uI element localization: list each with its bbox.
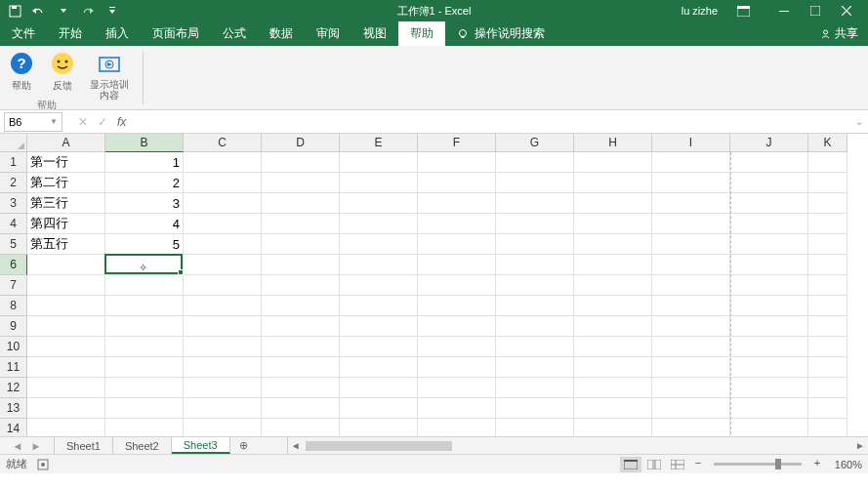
cell-J8[interactable] <box>730 296 808 316</box>
tab-home[interactable]: 开始 <box>47 21 94 46</box>
cell-B14[interactable] <box>105 419 184 436</box>
cell-J2[interactable] <box>730 173 808 193</box>
row-header-9[interactable]: 9 <box>0 316 27 337</box>
spreadsheet-grid[interactable]: ABCDEFGHIJK 1234567891011121314 第一行1第二行2… <box>0 134 868 436</box>
cell-B1[interactable]: 1 <box>105 152 184 173</box>
cell-C5[interactable] <box>184 234 262 255</box>
page-break-view-button[interactable] <box>667 457 688 472</box>
select-all-button[interactable] <box>0 134 27 152</box>
cell-H6[interactable] <box>574 255 652 275</box>
column-header-K[interactable]: K <box>808 134 847 152</box>
cell-I11[interactable] <box>652 357 730 378</box>
formula-expand-button[interactable]: ⌄ <box>854 116 868 127</box>
cell-A12[interactable] <box>27 378 105 398</box>
cell-K10[interactable] <box>808 337 847 357</box>
cells-area[interactable]: 第一行1第二行2第三行3第四行4第五行5 <box>27 152 847 436</box>
cell-F6[interactable] <box>418 255 496 275</box>
cell-D5[interactable] <box>262 234 340 255</box>
cell-I14[interactable] <box>652 419 730 436</box>
cell-K9[interactable] <box>808 316 847 337</box>
cell-C4[interactable] <box>184 214 262 234</box>
cell-K7[interactable] <box>808 275 847 296</box>
cell-K4[interactable] <box>808 214 847 234</box>
column-header-F[interactable]: F <box>418 134 496 152</box>
undo-button[interactable] <box>28 1 50 20</box>
cell-C1[interactable] <box>184 152 262 173</box>
cell-D3[interactable] <box>262 193 340 214</box>
cell-D1[interactable] <box>262 152 340 173</box>
maximize-button[interactable] <box>800 0 831 21</box>
cell-C13[interactable] <box>184 398 262 419</box>
show-training-button[interactable]: 显示培训内容 <box>90 50 129 101</box>
cell-G8[interactable] <box>496 296 574 316</box>
cell-K12[interactable] <box>808 378 847 398</box>
cell-J11[interactable] <box>730 357 808 378</box>
share-button[interactable]: 共享 <box>810 21 868 46</box>
cell-I10[interactable] <box>652 337 730 357</box>
cell-D4[interactable] <box>262 214 340 234</box>
row-header-13[interactable]: 13 <box>0 398 27 419</box>
cell-C6[interactable] <box>184 255 262 275</box>
cell-G14[interactable] <box>496 419 574 436</box>
cell-I13[interactable] <box>652 398 730 419</box>
cell-H10[interactable] <box>574 337 652 357</box>
cell-A3[interactable]: 第三行 <box>27 193 105 214</box>
cell-C12[interactable] <box>184 378 262 398</box>
cell-G10[interactable] <box>496 337 574 357</box>
sheet-nav[interactable]: ◄ ► <box>0 437 55 454</box>
tell-me-search[interactable]: 操作说明搜索 <box>445 21 545 46</box>
enter-icon[interactable]: ✓ <box>98 115 107 129</box>
page-layout-view-button[interactable] <box>643 457 665 472</box>
sheet-tab-sheet3[interactable]: Sheet3 <box>172 437 230 454</box>
cell-H1[interactable] <box>574 152 652 173</box>
tab-view[interactable]: 视图 <box>351 21 398 46</box>
cell-F3[interactable] <box>418 193 496 214</box>
row-header-6[interactable]: 6 <box>0 255 27 275</box>
cell-I12[interactable] <box>652 378 730 398</box>
cell-G3[interactable] <box>496 193 574 214</box>
cell-I1[interactable] <box>652 152 730 173</box>
cell-C11[interactable] <box>184 357 262 378</box>
cell-F12[interactable] <box>418 378 496 398</box>
cell-G4[interactable] <box>496 214 574 234</box>
cell-D13[interactable] <box>262 398 340 419</box>
help-button[interactable]: ? 帮助 <box>8 50 35 93</box>
cell-B7[interactable] <box>105 275 184 296</box>
cell-B13[interactable] <box>105 398 184 419</box>
scroll-thumb[interactable] <box>306 441 452 451</box>
row-header-1[interactable]: 1 <box>0 152 27 173</box>
close-button[interactable] <box>831 0 862 21</box>
column-header-J[interactable]: J <box>730 134 808 152</box>
horizontal-scrollbar[interactable]: ◄ ► <box>287 437 868 454</box>
save-button[interactable] <box>4 1 25 20</box>
cell-A8[interactable] <box>27 296 105 316</box>
cell-D12[interactable] <box>262 378 340 398</box>
column-header-C[interactable]: C <box>184 134 262 152</box>
column-header-I[interactable]: I <box>652 134 730 152</box>
cell-D6[interactable] <box>262 255 340 275</box>
cell-D10[interactable] <box>262 337 340 357</box>
cell-I9[interactable] <box>652 316 730 337</box>
cell-J5[interactable] <box>730 234 808 255</box>
cell-F13[interactable] <box>418 398 496 419</box>
cell-F14[interactable] <box>418 419 496 436</box>
cell-F4[interactable] <box>418 214 496 234</box>
cell-C2[interactable] <box>184 173 262 193</box>
cell-I3[interactable] <box>652 193 730 214</box>
cell-D9[interactable] <box>262 316 340 337</box>
cell-A4[interactable]: 第四行 <box>27 214 105 234</box>
cell-K14[interactable] <box>808 419 847 436</box>
cell-J6[interactable] <box>730 255 808 275</box>
cell-H2[interactable] <box>574 173 652 193</box>
scroll-track[interactable] <box>304 439 852 453</box>
cell-A1[interactable]: 第一行 <box>27 152 105 173</box>
cell-D11[interactable] <box>262 357 340 378</box>
macro-record-icon[interactable] <box>37 459 49 470</box>
sheet-tab-sheet2[interactable]: Sheet2 <box>113 437 172 454</box>
cell-B9[interactable] <box>105 316 184 337</box>
scroll-right-button[interactable]: ► <box>852 440 868 451</box>
cell-H12[interactable] <box>574 378 652 398</box>
cell-E8[interactable] <box>340 296 418 316</box>
zoom-out-button[interactable]: − <box>690 457 706 472</box>
cell-K11[interactable] <box>808 357 847 378</box>
